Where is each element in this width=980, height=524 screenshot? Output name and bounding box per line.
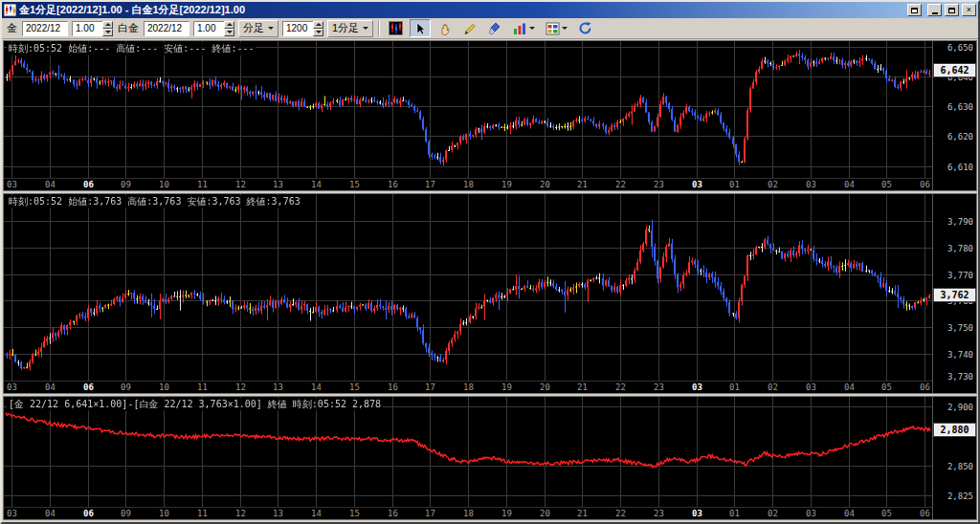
spread-chart-canvas[interactable] [4,397,932,507]
gold-chart-canvas[interactable] [4,41,932,178]
platinum-ratio-down-button[interactable] [224,29,234,36]
app-icon [4,4,16,16]
platinum-info-line: 時刻:05:52 始値:3,763 高値:3,763 安値:3,763 終値:3… [7,195,302,208]
close-icon: × [967,6,971,14]
x-axis-label: 19 [501,382,512,392]
gold-contract-field[interactable]: 2022/12 [22,21,68,36]
x-axis-label: 14 [311,509,322,518]
current-price-badge: 6,642 [934,64,975,76]
paint-brush-button[interactable] [484,19,505,37]
y-axis-label: 2,900 [947,403,973,412]
bar-count-value[interactable]: 1200 [282,21,313,36]
indicator-bars-icon [513,22,527,35]
gold-ratio-value[interactable]: 1.00 [72,21,102,36]
bar-count-up-button[interactable] [313,21,323,29]
x-axis-label: 22 [615,509,626,518]
bar-type-dropdown[interactable]: 分足 [238,20,278,37]
x-axis-label: 05 [881,382,892,392]
platinum-chart-canvas[interactable] [4,194,932,381]
current-price-badge: 2,880 [934,424,975,436]
platinum-contract-field[interactable]: 2022/12 [144,21,189,36]
spinner-down-icon [227,31,233,33]
x-axis-label: 18 [463,509,474,518]
x-axis-label: 06 [83,509,94,518]
y-axis-label: 3,730 [947,372,973,382]
minimize-button[interactable] [927,4,942,16]
x-axis-label: 20 [540,180,550,189]
x-axis-label: 21 [577,180,588,189]
toolbar: 金 2022/12 1.00 白金 2022/12 1.00 分足 1200 [2,18,978,39]
x-axis-label: 09 [121,509,131,518]
draw-pencil-button[interactable] [459,19,480,37]
x-axis-label: 06 [83,382,94,392]
bar-count-spinner[interactable]: 1200 [282,21,323,36]
x-axis-label: 02 [768,509,778,518]
spinner-up-icon [105,23,111,26]
x-axis-label: 02 [768,382,778,392]
interval-value: 1分足 [332,21,359,35]
platinum-x-axis: 0304060910111213141516171819202122230301… [4,381,932,393]
platinum-ratio-spinner[interactable]: 1.00 [193,21,234,36]
gold-x-axis: 0304060910111213141516171819202122230301… [4,178,932,190]
x-axis-label: 21 [577,382,588,392]
x-axis-label: 04 [45,382,56,392]
x-axis-label: 18 [463,180,474,189]
chart-style-icon [546,22,560,35]
x-axis-label: 03 [7,382,17,392]
x-axis-label: 03 [7,180,17,189]
gold-ratio-down-button[interactable] [102,29,113,36]
close-button[interactable]: × [962,4,976,16]
pan-hand-button[interactable] [434,19,456,37]
y-axis-label: 3,740 [947,350,973,360]
platinum-ratio-up-button[interactable] [224,21,234,29]
bar-count-down-button[interactable] [313,29,323,36]
interval-dropdown[interactable]: 1分足 [327,20,373,37]
refresh-button[interactable] [574,19,595,37]
x-axis-label: 12 [235,382,246,392]
x-axis-label: 03 [806,509,816,518]
gold-ratio-spinner[interactable]: 1.00 [72,21,113,36]
minimize-icon [932,12,938,14]
x-axis-label: 01 [729,382,740,392]
platinum-chart-panel: 時刻:05:52 始値:3,763 高値:3,763 安値:3,763 終値:3… [3,193,977,394]
x-axis-label: 04 [844,509,855,518]
x-axis-label: 20 [540,382,550,392]
bar-type-value: 分足 [243,21,264,35]
x-axis-label: 09 [121,382,131,392]
x-axis-label: 21 [577,509,588,518]
x-axis-label: 05 [881,509,892,518]
x-axis-label: 22 [615,180,626,189]
y-axis-label: 3,790 [947,217,973,227]
x-axis-label: 04 [45,180,56,189]
x-axis-label: 19 [501,509,512,518]
chevron-down-icon [529,27,535,30]
gold-chart-panel: 時刻:05:52 始値:--- 高値:--- 安値:--- 終値:--- 030… [3,40,977,191]
gold-plot[interactable]: 時刻:05:52 始値:--- 高値:--- 安値:--- 終値:--- 030… [4,41,932,190]
x-axis-label: 11 [197,180,208,189]
titlebar[interactable]: 金1分足[2022/12]1.00 - 白金1分足[2022/12]1.00 × [2,2,978,18]
x-axis-label: 16 [388,382,398,392]
chart-type-button[interactable] [385,19,406,37]
gold-ratio-up-button[interactable] [102,21,113,29]
cursor-select-button[interactable] [410,19,431,37]
chart-type-icon [389,21,403,35]
platinum-y-axis: 3,7903,7803,7703,7603,7503,7403,7303,762 [932,194,976,393]
spinner-down-icon [316,31,322,33]
x-axis-label: 03 [692,180,702,189]
app-window: 金1分足[2022/12]1.00 - 白金1分足[2022/12]1.00 ×… [0,0,980,524]
x-axis-label: 12 [235,180,246,189]
x-axis-label: 06 [920,509,930,518]
x-axis-label: 10 [159,180,169,189]
maximize-button[interactable] [945,4,959,16]
gold-info-line: 時刻:05:52 始値:--- 高値:--- 安値:--- 終値:--- [7,42,256,55]
platinum-plot[interactable]: 時刻:05:52 始値:3,763 高値:3,763 安値:3,763 終値:3… [4,194,932,393]
restore-window-button[interactable] [907,4,922,16]
y-axis-label: 3,780 [947,244,973,253]
chart-style-dropdown[interactable] [542,19,570,37]
gold-y-axis: 6,6506,6406,6306,6206,6106,642 [932,41,976,190]
platinum-ratio-value[interactable]: 1.00 [193,21,224,36]
spread-plot[interactable]: [金 22/12 6,641×1.00]-[白金 22/12 3,763×1.0… [4,397,932,519]
y-axis-label: 2,850 [947,462,973,471]
y-axis-label: 6,610 [947,163,973,172]
indicator-bars-dropdown[interactable] [509,19,538,37]
